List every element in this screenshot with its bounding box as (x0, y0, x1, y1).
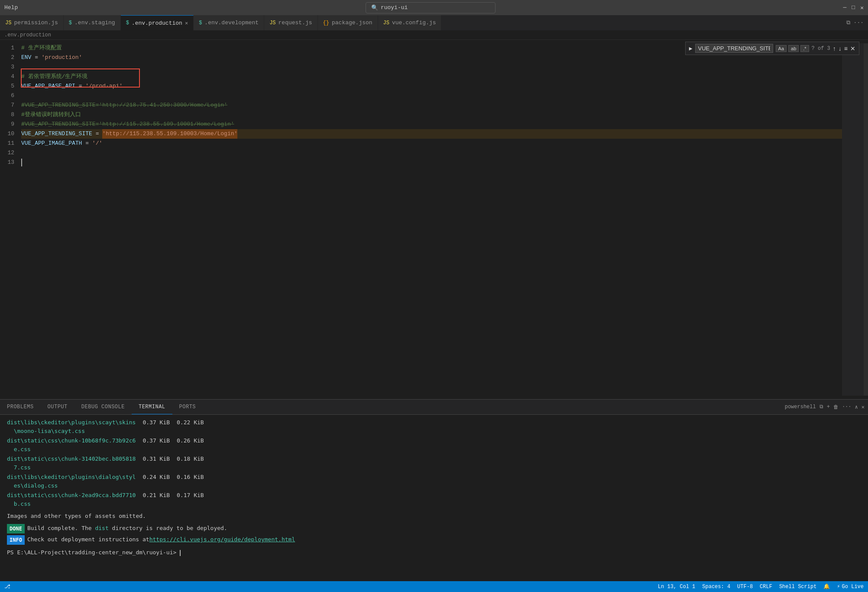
find-prev-btn[interactable]: ↑ (833, 45, 836, 52)
code-lines: # 生产环境配置 ENV = 'production' # 若依管理系统/生产环… (19, 43, 842, 396)
tab-env-staging[interactable]: $ .env.staging (64, 15, 121, 30)
breadcrumb: .env.production (0, 30, 868, 40)
code-line-3 (21, 62, 842, 72)
code-line-13 (21, 158, 842, 167)
find-match-case[interactable]: Aa (776, 45, 787, 52)
done-line: DONE Build complete. The dist directory … (7, 524, 861, 533)
find-input[interactable] (695, 44, 773, 53)
terminal-more-icon[interactable]: ··· (842, 404, 852, 410)
term-line-4: dist\libs\ckeditor\plugins\dialog\styl e… (7, 473, 861, 490)
find-regex[interactable]: .* (800, 45, 809, 52)
code-line-11: VUE_APP_IMAGE_PATH = '/' (21, 139, 842, 148)
find-close-btn[interactable]: ✕ (850, 45, 855, 52)
info-line: INFO Check out deployment instructions a… (7, 535, 861, 545)
title-bar-center: 🔍 ruoyi-ui (18, 2, 843, 13)
tab-label-env-development: .env.development (204, 20, 259, 26)
menu-help[interactable]: Help (4, 4, 18, 11)
language-mode[interactable]: Shell Script (779, 584, 816, 590)
encoding[interactable]: UTF-8 (737, 584, 753, 590)
tab-permission[interactable]: JS permission.js (0, 15, 64, 30)
go-live-btn[interactable]: ⚡ Go Live (837, 583, 864, 590)
term-line-5: dist\static\css\chunk-2ead9cca.bdd7710 b… (7, 491, 861, 508)
find-next-btn[interactable]: ↓ (839, 45, 842, 52)
tab-close-env-production[interactable]: ✕ (185, 20, 188, 26)
done-badge: DONE (7, 524, 25, 533)
search-box[interactable]: 🔍 ruoyi-ui (366, 2, 496, 13)
line-ending[interactable]: CRLF (760, 584, 772, 590)
tab-label-permission: permission.js (14, 20, 58, 26)
spaces[interactable]: Spaces: 4 (702, 584, 730, 590)
tab-env-production[interactable]: $ .env.production ✕ (121, 15, 194, 30)
title-bar-right: ─ □ ✕ (843, 4, 864, 11)
maximize-btn[interactable]: □ (852, 4, 855, 11)
editor-area: ▶ Aa ab .* ? of 3 ↑ ↓ ≡ ✕ 1 2 3 4 5 6 7 … (0, 40, 868, 399)
tab-icon-vue-config: JS (383, 20, 389, 26)
terminal-cursor (180, 550, 181, 556)
info-url[interactable]: https://cli.vuejs.org/guide/deployment.h… (149, 535, 295, 544)
notifications-icon: 🔔 (823, 583, 830, 590)
terminal-prompt: PS E:\ALL-Project\tradding-center_new_dm… (7, 548, 861, 557)
close-btn[interactable]: ✕ (860, 4, 864, 11)
tab-icon-env-production: $ (126, 20, 129, 26)
panel-expand-icon[interactable]: ∧ (855, 404, 858, 410)
term-line-2: dist\static\css\chunk-10b68f9c.73b92c6 e… (7, 436, 861, 454)
tab-icon-env-staging: $ (69, 20, 72, 26)
kill-terminal-icon[interactable]: 🗑 (833, 404, 839, 410)
tab-bar: JS permission.js $ .env.staging $ .env.p… (0, 15, 868, 30)
minimize-btn[interactable]: ─ (843, 4, 847, 11)
title-bar: Help 🔍 ruoyi-ui ─ □ ✕ (0, 0, 868, 15)
find-whole-word[interactable]: ab (788, 45, 799, 52)
find-options: Aa ab .* (776, 45, 809, 52)
info-text: Check out deployment instructions at (27, 535, 149, 544)
terminal-content: dist\libs\ckeditor\plugins\scayt\skins \… (0, 415, 868, 581)
code-editor[interactable]: 1 2 3 4 5 6 7 8 9 10 11 12 13 # 生产环境配置 E… (0, 40, 868, 399)
code-line-6 (21, 91, 842, 101)
code-line-7: # VUE_APP_TRENDING_SITE = 'http://218.75… (21, 101, 842, 110)
split-editor-icon[interactable]: ⧉ (846, 20, 850, 26)
tab-request[interactable]: JS request.js (264, 15, 317, 30)
code-line-8: #登录错误时跳转到入口 (21, 110, 842, 120)
panel-tab-terminal[interactable]: TERMINAL (132, 400, 172, 414)
code-line-12 (21, 148, 842, 158)
breadcrumb-label: .env.production (4, 32, 51, 38)
cursor-position[interactable]: Ln 13, Col 1 (658, 584, 695, 590)
panel-tab-output[interactable]: OUTPUT (41, 400, 74, 414)
search-icon: 🔍 (371, 4, 378, 11)
search-value: ruoyi-ui (381, 4, 408, 11)
tab-icon-permission: JS (5, 20, 11, 26)
panel-tab-debug-console[interactable]: DEBUG CONSOLE (74, 400, 132, 414)
cursor (21, 159, 22, 166)
tab-bar-actions: ⧉ ··· (842, 15, 868, 30)
tab-icon-env-development: $ (199, 20, 202, 26)
scrollbar-minimap (842, 43, 868, 396)
tab-env-development[interactable]: $ .env.development (194, 15, 264, 30)
status-right: Ln 13, Col 1 Spaces: 4 UTF-8 CRLF Shell … (658, 583, 864, 590)
title-bar-left: Help (4, 4, 18, 11)
git-branch-icon: ⎇ (4, 583, 10, 590)
panel-tab-problems[interactable]: PROBLEMS (0, 400, 41, 414)
code-line-4: # 若依管理系统/生产环境 (21, 72, 842, 81)
term-line-3: dist\static\css\chunk-31402bec.b805818 7… (7, 455, 861, 472)
go-live-icon: ⚡ (837, 583, 840, 590)
tab-icon-request: JS (269, 20, 275, 26)
tab-vue-config[interactable]: JS vue.config.js (378, 15, 442, 30)
powershell-label: powershell (785, 404, 816, 410)
tab-icon-package-json: {} (323, 20, 329, 26)
panel-area: PROBLEMS OUTPUT DEBUG CONSOLE TERMINAL P… (0, 399, 868, 581)
done-text: Build complete. The dist directory is re… (27, 524, 227, 533)
tab-label-env-production: .env.production (132, 20, 182, 26)
tab-package-json[interactable]: {} package.json (318, 15, 378, 30)
find-expand-icon[interactable]: ▶ (689, 45, 693, 52)
panel-tab-ports[interactable]: PORTS (172, 400, 203, 414)
new-terminal-icon[interactable]: + (827, 404, 830, 410)
split-terminal-icon[interactable]: ⧉ (819, 404, 823, 410)
term-line-1: dist\libs\ckeditor\plugins\scayt\skins \… (7, 418, 861, 436)
tab-label-env-staging: .env.staging (74, 20, 115, 26)
status-bar: ⎇ Ln 13, Col 1 Spaces: 4 UTF-8 CRLF Shel… (0, 581, 868, 592)
panel-close-icon[interactable]: ✕ (862, 404, 865, 410)
more-tabs-icon[interactable]: ··· (854, 20, 864, 26)
assets-omitted: Images and other types of assets omitted… (7, 512, 861, 520)
go-live-label: Go Live (842, 584, 864, 590)
find-toggle-replace[interactable]: ≡ (844, 45, 848, 52)
find-count: ? of 3 (812, 46, 830, 52)
